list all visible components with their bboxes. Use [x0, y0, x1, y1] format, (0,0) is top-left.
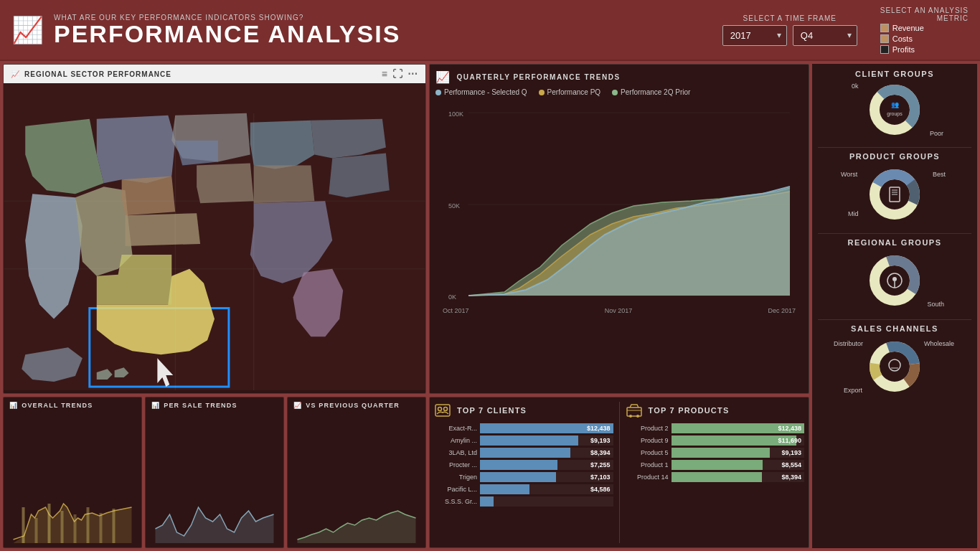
map-expand-icon[interactable]: ⛶	[392, 68, 403, 80]
client-bar-track: $8,394	[480, 448, 613, 458]
client-bar-value: $7,255	[590, 461, 611, 468]
product-bar-value: $8,394	[781, 474, 801, 481]
svg-rect-41	[113, 509, 116, 543]
product-label: Product 14	[626, 474, 669, 481]
svg-rect-45	[627, 408, 641, 416]
product-label: Product 5	[626, 449, 669, 456]
client-bar-track: $7,255	[480, 460, 613, 470]
client-label: S.S.S. Gr...	[434, 498, 477, 505]
map-titlebar-controls[interactable]: ≡ ⛶ ⋯	[382, 68, 418, 80]
legend-dot-pq	[539, 90, 545, 95]
vs-prev-icon: 📈	[293, 402, 302, 409]
client-bar-fill	[480, 472, 556, 482]
header-icon: 📈	[11, 15, 44, 45]
client-label: Pacific L...	[434, 486, 477, 493]
client-row: 3LAB, Ltd $8,394	[434, 448, 613, 458]
map-titlebar-title: 📈 REGIONAL SECTOR PERFORMANCE	[11, 70, 171, 78]
per-sale-trends-title: 📊 PER SALE TRENDS	[151, 402, 278, 409]
legend-label-selectedq: Performance - Selected Q	[444, 88, 527, 96]
svg-point-27	[892, 277, 897, 281]
clients-header: TOP 7 CLIENTS	[434, 402, 613, 419]
quarterly-chart-svg: 100K 50K 0K	[435, 102, 803, 303]
legend-dot-2qprior	[612, 90, 618, 95]
client-row: Amylin ... $9,193	[434, 435, 613, 446]
revenue-checkbox	[880, 24, 889, 32]
client-bar-value: $9,193	[590, 437, 611, 444]
legend-label-pq: Performance PQ	[547, 88, 600, 96]
vs-prev-sparkline-svg	[293, 493, 420, 543]
vs-prev-title: 📈 VS PREVIOUS QUARTER	[293, 402, 420, 409]
year-dropdown-wrapper[interactable]: 2015 2016 2017 2018	[722, 25, 787, 46]
product-row: Product 9 $11,690	[626, 435, 805, 446]
product-groups-section: PRODUCT GROUPS Worst Mid Best	[818, 152, 971, 229]
client-row: Trigen $7,103	[434, 472, 613, 482]
year-dropdown[interactable]: 2015 2016 2017 2018	[722, 25, 787, 46]
client-label: 3LAB, Ltd	[434, 449, 477, 456]
map-title-icon: 📈	[11, 70, 20, 78]
svg-rect-36	[48, 504, 51, 543]
client-label: Exact-R...	[434, 425, 477, 432]
legend-dot-selectedq	[435, 90, 441, 95]
per-sale-sparkline-svg	[151, 493, 278, 543]
client-bar-track: $9,193	[480, 435, 613, 446]
main-grid: 📈 REGIONAL SECTOR PERFORMANCE ≡ ⛶ ⋯	[0, 61, 980, 551]
vs-previous-quarter-panel: 📈 VS PREVIOUS QUARTER	[287, 397, 426, 548]
legend-selected-q: Performance - Selected Q	[435, 88, 527, 96]
metric-revenue[interactable]: Revenue	[880, 24, 969, 32]
client-bar-fill	[480, 460, 557, 470]
products-title: TOP 7 PRODUCTS	[649, 406, 730, 415]
us-map-svg	[4, 83, 425, 390]
product-bar-track: $8,554	[672, 460, 805, 470]
svg-text:groups: groups	[887, 111, 903, 117]
sales-channels-title: SALES CHANNELS	[818, 324, 971, 333]
product-mid-label: Mid	[848, 210, 859, 217]
dropdowns-group: 2015 2016 2017 2018 Q1 Q2 Q3 Q4	[722, 25, 857, 46]
legend-2q-prior: Performance 2Q Prior	[612, 88, 690, 96]
sales-channels-section: SALES CHANNELS Distributor Wholesale Exp…	[818, 324, 971, 401]
products-section: TOP 7 PRODUCTS Product 2 $12,438 Product…	[626, 402, 805, 543]
divider-1	[818, 147, 971, 148]
analysis-metric-block: SELECT AN ANALYSISMETRIC Revenue Costs P…	[880, 6, 969, 54]
product-groups-donut: Worst Mid Best	[818, 164, 971, 225]
client-label: Amylin ...	[434, 437, 477, 444]
product-bar-value: $8,554	[781, 461, 801, 468]
product-donut-svg	[866, 166, 923, 223]
costs-checkbox	[880, 34, 889, 43]
client-bar-value: $7,103	[590, 474, 611, 481]
svg-rect-38	[74, 514, 77, 543]
client-donut-svg: 👥 groups	[866, 81, 923, 138]
client-groups-donut: 👥 groups 0k Poor	[818, 81, 971, 138]
product-label: Product 9	[626, 437, 669, 444]
svg-rect-39	[87, 507, 90, 543]
trends-legend: Performance - Selected Q Performance PQ …	[435, 88, 803, 96]
x-label-dec: Dec 2017	[768, 307, 796, 314]
quarter-dropdown[interactable]: Q1 Q2 Q3 Q4	[793, 25, 857, 46]
page-title: PERFORMANCE ANALYSIS	[54, 22, 722, 46]
product-groups-title: PRODUCT GROUPS	[818, 152, 971, 161]
clients-icon	[434, 402, 451, 419]
svg-rect-40	[100, 513, 103, 543]
trends-title-text: QUARTERLY PERFORMANCE TRENDS	[457, 73, 621, 81]
bottom-left: 📊 OVERALL TRENDS	[3, 397, 426, 548]
client-bar-track	[480, 496, 613, 507]
metric-profits[interactable]: Profits	[880, 45, 969, 54]
overall-trends-title: 📊 OVERALL TRENDS	[9, 402, 136, 409]
svg-rect-35	[35, 518, 38, 543]
overall-trends-panel: 📊 OVERALL TRENDS	[3, 397, 142, 548]
x-axis-labels: Oct 2017 Nov 2017 Dec 2017	[435, 307, 803, 314]
product-label: Product 1	[626, 461, 669, 468]
client-label: Trigen	[434, 474, 477, 481]
map-title-text: REGIONAL SECTOR PERFORMANCE	[24, 70, 171, 78]
trends-icon: 📈	[435, 70, 451, 84]
svg-point-47	[636, 415, 639, 418]
costs-label: Costs	[892, 34, 913, 43]
product-best-label: Best	[933, 171, 946, 178]
quarter-dropdown-wrapper[interactable]: Q1 Q2 Q3 Q4	[793, 25, 857, 46]
map-options-icon[interactable]: ⋯	[407, 68, 418, 80]
client-bar-value: $8,394	[590, 449, 611, 456]
metric-costs[interactable]: Costs	[880, 34, 969, 43]
regional-south-label: South	[927, 301, 944, 308]
map-menu-icon[interactable]: ≡	[382, 68, 388, 80]
client-label: Procter ...	[434, 461, 477, 468]
client-bar-fill	[480, 448, 570, 458]
